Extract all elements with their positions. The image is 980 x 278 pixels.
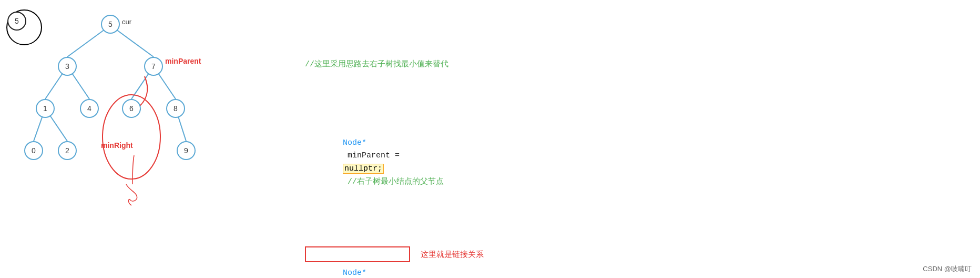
code-line-1: //这里采用思路去右子树找最小值来替代 [305, 58, 969, 72]
main-container: 5 [0, 0, 980, 278]
node-5-root: 5 [101, 15, 120, 34]
node-3: 3 [58, 57, 77, 76]
code-input-field[interactable] [305, 246, 410, 262]
tree-svg [0, 0, 294, 278]
code-line-2: Node* minParent = nullptr; //右子树最小结点的父节点 [305, 124, 969, 202]
node-0: 0 [24, 141, 43, 160]
node-6: 6 [122, 99, 141, 118]
node-5-standalone: 5 [7, 12, 26, 31]
tree-diagram: 5 [0, 0, 294, 278]
node-1: 1 [36, 99, 55, 118]
label-cur: cur [122, 18, 131, 26]
code-panel: //这里采用思路去右子树找最小值来替代 Node* minParent = nu… [294, 0, 980, 278]
node-4: 4 [80, 99, 99, 118]
node-9: 9 [177, 141, 196, 160]
code-block: //这里采用思路去右子树找最小值来替代 Node* minParent = nu… [305, 6, 969, 278]
node-2: 2 [58, 141, 77, 160]
bottom-input-area: 这里就是链接关系 [305, 246, 484, 262]
node-8: 8 [166, 99, 185, 118]
link-label: 这里就是链接关系 [421, 250, 484, 260]
watermark: CSDN @吱喃叮 [923, 264, 972, 274]
label-minright: minRight [101, 141, 133, 150]
label-minparent: minParent [165, 57, 201, 65]
node-5-standalone-val: 5 [15, 17, 19, 25]
nullptr-highlight: nullptr; [343, 164, 384, 174]
node-7: 7 [144, 57, 163, 76]
